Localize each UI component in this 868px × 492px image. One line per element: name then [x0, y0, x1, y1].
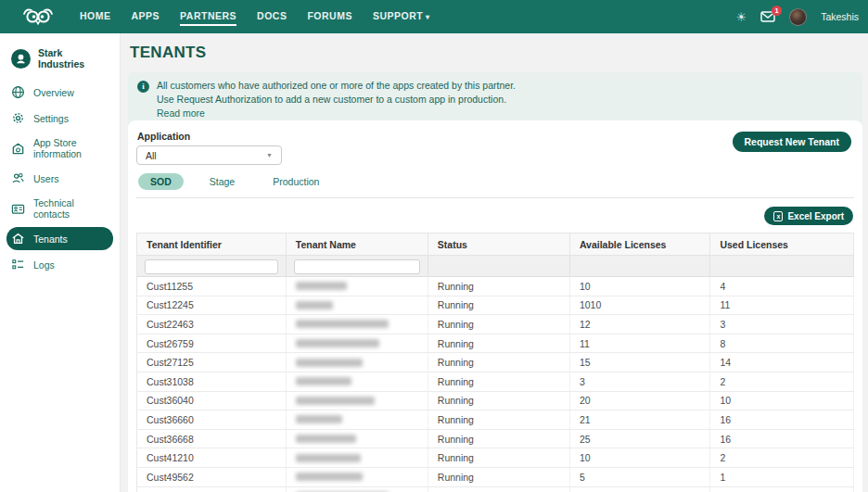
- cell-status: Running: [428, 391, 569, 410]
- cell-used-licenses: 2: [710, 486, 854, 492]
- table-row[interactable]: Cust26759 Running 11 8: [137, 334, 854, 353]
- table-row[interactable]: Cust36668 Running 25 16: [137, 429, 854, 448]
- cell-tenant-name: [286, 277, 428, 296]
- cell-tenant-name: [286, 315, 428, 334]
- table-row[interactable]: Cust49562 Running 5 1: [137, 467, 854, 486]
- cell-available-licenses: 11: [569, 334, 710, 353]
- nav-item-support-dropdown[interactable]: SUPPORT: [373, 7, 430, 26]
- redacted-tenant-name: [296, 454, 361, 462]
- brand-owl-logo-icon[interactable]: [22, 6, 54, 27]
- cell-available-licenses: 12: [569, 315, 710, 334]
- sidebar-item-overview[interactable]: Overview: [6, 81, 113, 104]
- table-row[interactable]: Cust12245 Running 1010 11: [137, 296, 854, 315]
- sidebar-item-logs[interactable]: Logs: [6, 253, 113, 276]
- cell-used-licenses: 4: [710, 277, 854, 296]
- nav-item-apps[interactable]: APPS: [132, 7, 160, 26]
- table-row[interactable]: Cust11255 Running 10 4: [137, 277, 854, 296]
- cell-tenant-name: [286, 372, 428, 391]
- users-icon: [11, 171, 25, 185]
- table-row[interactable]: Cust31038 Running 3 2: [137, 372, 854, 391]
- column-header-tenant-name[interactable]: Tenant Name: [286, 233, 428, 256]
- info-line-1: All customers who have authorized one or…: [157, 79, 516, 93]
- sidebar-item-label: Technical contacts: [33, 197, 108, 220]
- column-header-used-licenses[interactable]: Used Licenses: [710, 233, 854, 256]
- user-avatar[interactable]: [789, 8, 807, 26]
- cell-status: Running: [428, 315, 569, 334]
- unread-count-badge: 1: [772, 6, 782, 16]
- theme-toggle-sun-icon[interactable]: ☀: [735, 11, 747, 23]
- cell-available-licenses: 21: [569, 410, 710, 430]
- sidebar-org-selector[interactable]: Stark Industries: [6, 45, 113, 69]
- nav-item-docs[interactable]: DOCS: [257, 7, 287, 26]
- cell-tenant-identifier: Cust49562: [137, 467, 287, 486]
- user-name-label[interactable]: Takeshis: [821, 11, 859, 22]
- messages-envelope-icon[interactable]: 1: [760, 11, 775, 22]
- table-row[interactable]: Cust27125 Running 15 14: [137, 353, 854, 372]
- cell-tenant-name: [286, 448, 428, 468]
- cell-tenant-identifier: Cust31038: [137, 372, 287, 391]
- read-more-link[interactable]: Read more: [157, 107, 516, 120]
- nav-item-partners[interactable]: PARTNERS: [180, 7, 236, 26]
- cell-used-licenses: 3: [710, 315, 854, 334]
- excel-export-label: Excel Export: [787, 211, 844, 221]
- sidebar-item-tenants[interactable]: Tenants: [6, 227, 113, 250]
- tenant-name-filter-input[interactable]: [294, 259, 420, 274]
- column-header-status[interactable]: Status: [428, 233, 569, 256]
- sidebar-item-technical-contacts[interactable]: Technical contacts: [6, 193, 113, 224]
- column-header-available-licenses[interactable]: Available Licenses: [569, 233, 710, 256]
- tab-stage[interactable]: Stage: [198, 173, 247, 190]
- info-banner: i All customers who have authorized one …: [128, 72, 862, 128]
- cell-status: Running: [428, 334, 569, 353]
- cell-available-licenses: 15: [569, 353, 710, 372]
- cell-status: Running: [428, 296, 569, 315]
- request-new-tenant-button[interactable]: Request New Tenant: [733, 132, 852, 152]
- column-header-tenant-identifier[interactable]: Tenant Identifier: [137, 233, 287, 256]
- cell-used-licenses: 14: [710, 353, 854, 372]
- export-row: x Excel Export: [136, 207, 853, 225]
- cell-status: Running: [428, 372, 569, 391]
- tenants-panel: Application All ▼ Request New Tenant SOD…: [128, 120, 862, 492]
- gear-icon: [11, 111, 25, 125]
- nav-item-home[interactable]: HOME: [80, 7, 111, 26]
- tenants-table: Tenant Identifier Tenant Name Status Ava…: [136, 233, 854, 492]
- tab-production[interactable]: Production: [261, 173, 331, 190]
- table-row[interactable]: Cust51853 Running 11 2: [137, 486, 854, 492]
- cell-used-licenses: 11: [710, 296, 854, 315]
- sidebar-item-label: Overview: [33, 87, 74, 98]
- tenant-identifier-filter-input[interactable]: [145, 259, 278, 274]
- cell-status: Running: [428, 429, 569, 448]
- table-row[interactable]: Cust36660 Running 21 16: [137, 410, 854, 430]
- sidebar-item-label: Settings: [33, 113, 69, 124]
- storefront-icon: [11, 142, 25, 156]
- tenant-house-icon: [11, 232, 25, 246]
- tab-sod[interactable]: SOD: [138, 173, 184, 190]
- top-navigation-bar: HOME APPS PARTNERS DOCS FORUMS SUPPORT ☀…: [0, 0, 868, 33]
- table-filter-row: [137, 256, 854, 277]
- nav-item-forums[interactable]: FORUMS: [307, 7, 352, 26]
- application-select[interactable]: All ▼: [136, 145, 282, 165]
- logs-list-icon: [11, 258, 25, 271]
- table-header-row: Tenant Identifier Tenant Name Status Ava…: [137, 233, 854, 256]
- table-row[interactable]: Cust36040 Running 20 10: [137, 391, 854, 410]
- cell-used-licenses: 16: [710, 410, 854, 430]
- sidebar-item-settings[interactable]: Settings: [6, 107, 113, 130]
- sidebar-item-app-store-information[interactable]: App Store information: [6, 132, 113, 164]
- nav-menu: HOME APPS PARTNERS DOCS FORUMS SUPPORT: [80, 7, 429, 26]
- nav-right-controls: ☀ 1 Takeshis: [735, 8, 868, 26]
- cell-available-licenses: 5: [569, 467, 710, 486]
- cell-tenant-identifier: Cust27125: [137, 353, 287, 372]
- cell-status: Running: [428, 448, 569, 468]
- excel-export-button[interactable]: x Excel Export: [764, 207, 853, 225]
- sidebar-item-users[interactable]: Users: [6, 167, 113, 190]
- cell-available-licenses: 10: [569, 448, 710, 468]
- table-row[interactable]: Cust41210 Running 10 2: [137, 448, 854, 468]
- globe-icon: [11, 85, 25, 99]
- cell-available-licenses: 10: [569, 277, 710, 296]
- cell-status: Running: [428, 410, 569, 430]
- redacted-tenant-name: [296, 339, 379, 347]
- cell-tenant-identifier: Cust26759: [137, 334, 287, 353]
- table-row[interactable]: Cust22463 Running 12 3: [137, 315, 854, 334]
- excel-file-icon: x: [773, 211, 783, 221]
- main-content: TENANTS i All customers who have authori…: [121, 33, 868, 492]
- redacted-tenant-name: [296, 473, 363, 481]
